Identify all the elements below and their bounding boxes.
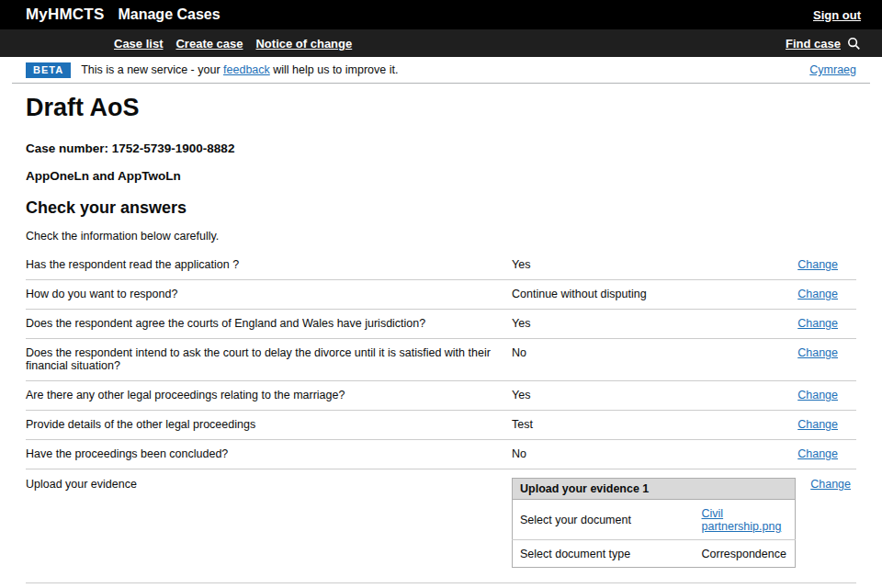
nav-create-case[interactable]: Create case: [175, 37, 243, 51]
main-content: Draft AoS Case number: 1752-5739-1900-88…: [12, 94, 870, 588]
answer-row-delay-divorce: Does the respondent intend to ask the co…: [26, 339, 856, 381]
answer-value: Yes: [512, 317, 783, 330]
table-row: Select your document Civil partnership.p…: [513, 500, 796, 540]
question-label: Does the respondent agree the courts of …: [26, 317, 512, 330]
change-link[interactable]: Change: [797, 447, 838, 460]
feedback-link[interactable]: feedback: [223, 63, 270, 76]
find-case-link[interactable]: Find case: [786, 37, 841, 51]
sign-out-link[interactable]: Sign out: [813, 8, 861, 22]
brand-logo[interactable]: MyHMCTS: [26, 6, 104, 24]
change-link[interactable]: Change: [797, 317, 838, 330]
change-link[interactable]: Change: [810, 478, 851, 491]
answer-row-read-application: Has the respondent read the application …: [26, 251, 856, 280]
answer-value: Continue without disputing: [512, 288, 783, 300]
change-link[interactable]: Change: [797, 418, 838, 431]
document-type-label: Select document type: [513, 540, 695, 568]
check-your-answers-heading: Check your answers: [26, 198, 856, 218]
beta-badge: BETA: [26, 62, 71, 78]
answer-row-how-respond: How do you want to respond? Continue wit…: [26, 280, 856, 310]
answers-table: Has the respondent read the application …: [26, 251, 856, 583]
check-answers-hint: Check the information below carefully.: [26, 230, 856, 243]
question-label: Have the proceedings been concluded?: [26, 447, 512, 460]
answer-row-upload-evidence: Upload your evidence Upload your evidenc…: [26, 469, 856, 583]
page-title: Draft AoS: [26, 94, 856, 122]
nav-case-list[interactable]: Case list: [114, 37, 163, 51]
question-label: How do you want to respond?: [26, 288, 512, 300]
answer-value: Yes: [512, 389, 783, 401]
change-link[interactable]: Change: [797, 389, 838, 401]
app-title: Manage Cases: [118, 6, 220, 23]
change-link[interactable]: Change: [797, 346, 838, 359]
question-label: Are there any other legal proceedings re…: [26, 389, 512, 401]
change-link[interactable]: Change: [797, 288, 838, 300]
phase-banner: BETA This is a new service - your feedba…: [12, 57, 870, 84]
search-icon[interactable]: [847, 37, 861, 51]
table-row: Select document type Correspondence: [513, 540, 796, 568]
document-file-link[interactable]: Civil partnership.png: [702, 507, 782, 533]
answer-value: Test: [512, 418, 783, 431]
answer-value: No: [512, 447, 783, 460]
change-link[interactable]: Change: [797, 258, 838, 271]
evidence-table: Upload your evidence 1 Select your docum…: [512, 478, 796, 568]
language-toggle-link[interactable]: Cymraeg: [809, 63, 856, 76]
phase-text-after: will help us to improve it.: [270, 63, 399, 76]
answer-row-other-proceedings: Are there any other legal proceedings re…: [26, 381, 856, 411]
case-number: Case number: 1752-5739-1900-8882: [26, 141, 856, 155]
answer-row-proceedings-concluded: Have the proceedings been concluded? No …: [26, 440, 856, 469]
question-label: Does the respondent intend to ask the co…: [26, 346, 512, 372]
answer-value: Yes: [512, 258, 783, 271]
answer-row-proceedings-details: Provide details of the other legal proce…: [26, 411, 856, 440]
question-label: Provide details of the other legal proce…: [26, 418, 512, 431]
find-case-group: Find case: [786, 37, 861, 51]
document-type-value: Correspondence: [695, 540, 796, 568]
phase-text-before: This is a new service - your: [81, 63, 223, 76]
answer-row-jurisdiction: Does the respondent agree the courts of …: [26, 310, 856, 339]
nav-notice-of-change[interactable]: Notice of change: [255, 37, 352, 51]
question-label: Upload your evidence: [26, 478, 512, 491]
answer-value: No: [512, 346, 783, 359]
question-label: Has the respondent read the application …: [26, 258, 512, 271]
app-header: MyHMCTS Manage Cases Sign out: [0, 0, 882, 29]
document-label: Select your document: [513, 500, 695, 540]
phase-banner-text: This is a new service - your feedback wi…: [81, 63, 398, 76]
evidence-table-header: Upload your evidence 1: [513, 479, 796, 500]
case-parties: AppOneLn and AppTwoLn: [26, 169, 856, 183]
primary-navigation: Case list Create case Notice of change F…: [0, 29, 882, 57]
